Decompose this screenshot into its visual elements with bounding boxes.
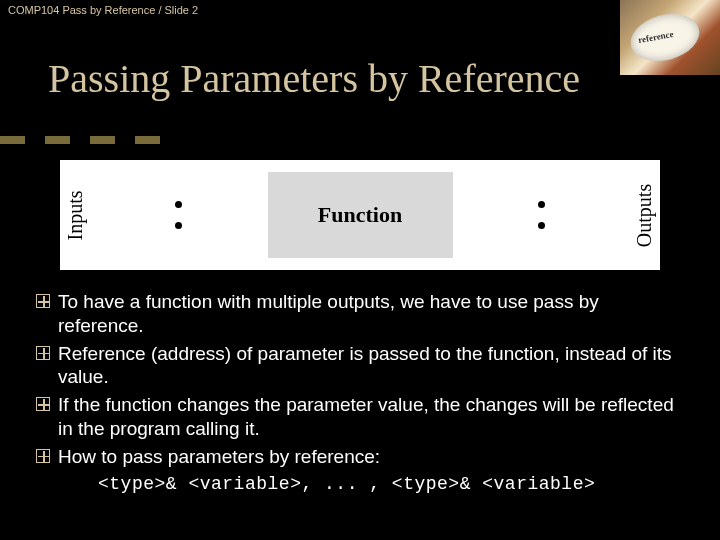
function-box: Function xyxy=(268,172,453,258)
breadcrumb: COMP104 Pass by Reference / Slide 2 xyxy=(0,0,720,20)
bullet-icon xyxy=(36,294,50,308)
list-item: Reference (address) of parameter is pass… xyxy=(36,342,684,390)
list-item: How to pass parameters by reference: xyxy=(36,445,684,469)
bullet-icon xyxy=(36,397,50,411)
list-item: If the function changes the parameter va… xyxy=(36,393,684,441)
bullet-text: Reference (address) of parameter is pass… xyxy=(58,342,684,390)
page-title: Passing Parameters by Reference xyxy=(0,20,720,102)
accent-bar xyxy=(0,136,720,144)
bullet-icon xyxy=(36,449,50,463)
bullet-text: To have a function with multiple outputs… xyxy=(58,290,684,338)
breadcrumb-text: COMP104 Pass by Reference / Slide 2 xyxy=(8,4,198,16)
bullet-text: How to pass parameters by reference: xyxy=(58,445,380,469)
bullet-icon xyxy=(36,346,50,360)
diagram-right-dots xyxy=(453,160,631,270)
decorative-book-image xyxy=(620,0,720,75)
code-syntax: <type>& <variable>, ... , <type>& <varia… xyxy=(98,474,684,494)
bullet-text: If the function changes the parameter va… xyxy=(58,393,684,441)
diagram-left-dots xyxy=(90,160,268,270)
outputs-label: Outputs xyxy=(630,160,660,270)
list-item: To have a function with multiple outputs… xyxy=(36,290,684,338)
function-diagram: Inputs Function Outputs xyxy=(60,160,660,270)
bullet-list: To have a function with multiple outputs… xyxy=(36,290,684,494)
inputs-label: Inputs xyxy=(60,160,90,270)
